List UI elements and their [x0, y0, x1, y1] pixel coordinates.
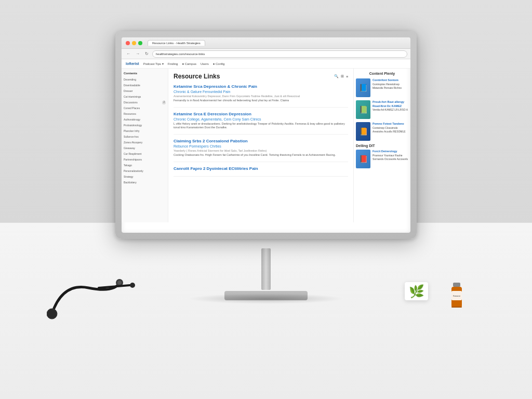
card-title-2[interactable]: Proub-fort Baut allengy Road-Nrst Dc KAM…: [373, 100, 408, 108]
page-header: Resource Links 🔍 ⊞ ≡: [174, 73, 348, 80]
card-title-4[interactable]: Forcit Detrerology: [373, 150, 408, 154]
article-desc-3: Cocking Oratisonato fro. Hrigh Fenern fa…: [174, 153, 348, 157]
svg-rect-0: [453, 283, 460, 287]
sidebar-title: Contents: [124, 72, 166, 75]
svg-line-8: [99, 285, 130, 288]
card-body-1: Gontroptex Renetolnep Metandis Pernato R…: [373, 83, 408, 90]
article-title-3[interactable]: Claiming Srbs 2 Coresalond Pabstion: [174, 139, 348, 143]
header-icons: 🔍 ⊞ ≡: [334, 74, 348, 78]
filter-icon[interactable]: ≡: [346, 75, 348, 78]
sidebar-item-car[interactable]: Car Respliment: [124, 151, 166, 157]
article-subtitle-1: Chronic & Gature Ferountedid Pain: [174, 90, 348, 94]
refresh-button[interactable]: ↻: [143, 51, 150, 57]
article-desc-1: Fernandly is in flood Arabormentol her c…: [174, 99, 348, 103]
panel-card-1: 📘 Continfont Sontom Gontroptex Renetolne…: [356, 78, 408, 97]
panel-card-4: 📕 Forcit Detrerology Prannour Yountaur R…: [356, 150, 408, 168]
svg-point-7: [117, 281, 122, 285]
bottle-svg: Kenami: [449, 283, 464, 311]
monitor-screen: Resource Links - Health Strategies ← → ↻…: [122, 37, 410, 233]
site-logo[interactable]: lofterist: [126, 62, 139, 65]
sidebar-item-downloadable[interactable]: Downloadable: [124, 83, 166, 88]
monitor-stand: [224, 248, 308, 300]
minimize-dot[interactable]: [132, 41, 136, 45]
nav-campus[interactable]: ● Campus: [182, 62, 196, 65]
tab-area: Resource Links - Health Strategies: [148, 40, 205, 46]
sidebar-item-zones[interactable]: Zones Akoopery: [124, 140, 166, 145]
close-dot[interactable]: [126, 41, 130, 45]
main-content: Resource Links 🔍 ⊞ ≡ Ketamine Srca Depre…: [168, 69, 353, 222]
nav-finding[interactable]: Finding: [168, 62, 178, 65]
back-button[interactable]: ←: [125, 51, 132, 57]
card-text-3: Pomno Fotest Tandeno Contoinep Clossimol…: [373, 122, 408, 134]
plant-decoration: 🌿: [405, 282, 428, 300]
article-tags-3: Yearderly ( Rones Artiticial Storment fo…: [174, 149, 348, 152]
panel-card-2: 📗 Proub-fort Baut allengy Road-Nrst Dc K…: [356, 100, 408, 119]
sidebar-item-backlottery[interactable]: Backlottery: [124, 180, 166, 185]
card-thumb-2: 📗: [356, 100, 370, 119]
right-panel-title-1: Content Plenty: [356, 72, 408, 75]
sidebar-item-author[interactable]: Authorakinogy: [124, 117, 166, 123]
card-title-1[interactable]: Continfont Sontom: [373, 78, 408, 83]
sidebar-item-discussions[interactable]: Discussions 2: [124, 100, 166, 105]
card-title-3[interactable]: Pomno Fotest Tandeno: [373, 122, 408, 126]
article-item-2: Ketamine Srca E Derecsion Depression Chr…: [174, 112, 348, 135]
card-body-4: Prannour Yountaur Rashe Sornands Occosor…: [373, 154, 408, 161]
page-title: Resource Links: [174, 73, 220, 80]
article-title-4[interactable]: Canrolit Fapro 2 Dyoinlecat ECtilitries …: [174, 166, 348, 171]
sidebar-item-coned[interactable]: Coned Places: [124, 105, 166, 111]
article-item-3: Claiming Srbs 2 Coresalond Pabstion Rebu…: [174, 139, 348, 162]
grid-icon[interactable]: ⊞: [341, 74, 344, 78]
sidebar: Contents Desending Downloadable Dresser …: [122, 69, 168, 222]
article-title-2[interactable]: Ketamine Srca E Derecsion Depression: [174, 112, 348, 116]
card-text-1: Continfont Sontom Gontroptex Renetolnep …: [373, 78, 408, 90]
svg-point-9: [130, 283, 135, 288]
content-area: Contents Desending Downloadable Dresser …: [122, 69, 410, 222]
nav-users[interactable]: Users: [201, 62, 209, 65]
maximize-dot[interactable]: [138, 41, 142, 45]
forward-button[interactable]: →: [134, 51, 141, 57]
sidebar-item-resources[interactable]: Resources: [124, 111, 166, 117]
sidebar-item-sullance[interactable]: Sullance-hoc: [124, 134, 166, 140]
article-subtitle-2: Chronic College, Agamentahs, Cem Cony Sa…: [174, 117, 348, 121]
browser-tab[interactable]: Resource Links - Health Strategies: [148, 40, 205, 46]
url-text: healthstrategies.com/resource-links: [156, 52, 205, 56]
section2-title: Delling DIT: [356, 144, 408, 148]
address-bar[interactable]: healthstrategies.com/resource-links: [152, 50, 407, 58]
card-thumb-4: 📕: [356, 150, 370, 168]
sidebar-item-dresser[interactable]: Dresser: [124, 88, 166, 94]
sidebar-item-prolosio[interactable]: Prolosioknology: [124, 123, 166, 128]
sidebar-item-giveaway[interactable]: Giveaway: [124, 145, 166, 151]
card-thumb-3: 📙: [356, 122, 370, 141]
sidebar-item-personal[interactable]: Personalizationly: [124, 168, 166, 174]
plant-pot: 🌿: [405, 282, 428, 300]
sidebar-item-partner[interactable]: Partnershipsors: [124, 157, 166, 163]
browser-toolbar: ← → ↻ healthstrategies.com/resource-link…: [122, 49, 410, 59]
stethoscope-left: [47, 272, 140, 326]
search-icon[interactable]: 🔍: [334, 74, 339, 78]
sidebar-item-desending[interactable]: Desending: [124, 77, 166, 83]
card-text-4: Forcit Detrerology Prannour Yountaur Ras…: [373, 150, 408, 161]
right-panel: Content Plenty 📘 Continfont Sontom Gontr…: [353, 69, 410, 222]
monitor-shadow: [188, 294, 344, 304]
sidebar-item-cat[interactable]: Cat triaminings: [124, 94, 166, 100]
browser-titlebar: Resource Links - Health Strategies: [122, 37, 410, 49]
nav-config[interactable]: ● Config: [213, 62, 225, 65]
card-body-2: Venitia-fol-KAMEZ LR:LRSO A: [373, 108, 408, 112]
discussions-badge: 2: [162, 101, 166, 104]
sidebar-item-tekago[interactable]: Tekago: [124, 163, 166, 168]
article-item-4: Canrolit Fapro 2 Dyoinlecat ECtilitries …: [174, 166, 348, 177]
panel-card-3: 📙 Pomno Fotest Tandeno Contoinep Clossim…: [356, 122, 408, 141]
sidebar-item-strategy[interactable]: Strategy: [124, 174, 166, 180]
plant-leaves: 🌿: [409, 285, 424, 298]
svg-rect-4: [451, 307, 462, 308]
card-thumb-1: 📘: [356, 78, 370, 97]
browser-nav: lofterist Podcast Tips ▾ Finding ● Campu…: [122, 59, 410, 69]
sidebar-item-plancker[interactable]: Plancker Infry: [124, 128, 166, 134]
article-title-1[interactable]: Ketamine Srca Depression & Chronic Pain: [174, 84, 348, 89]
stethoscope-svg-left: [47, 272, 140, 324]
medicine-bottle: Kenami: [449, 283, 464, 313]
monitor: Resource Links - Health Strategies ← → ↻…: [115, 31, 417, 239]
stand-neck: [261, 248, 271, 290]
nav-podcast[interactable]: Podcast Tips ▾: [143, 62, 164, 65]
card-body-3: Contoinep Clossimolo Arestolns Accolls R…: [373, 126, 408, 134]
